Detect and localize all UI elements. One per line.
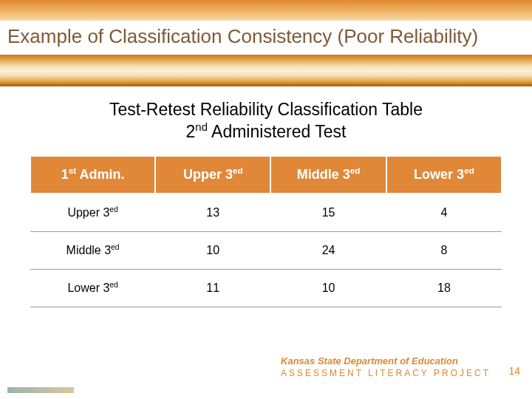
cell-r1-c3: 8 [386,232,502,270]
table-header-admin: 1st Admin. [30,156,155,194]
cell-r1-c1: 10 [155,232,270,270]
row-label-lower: Lower 3ed [30,270,155,307]
r0-pre: Upper 3 [67,206,109,219]
th1-sup: ed [233,166,243,175]
slide: Example of Classification Consistency (P… [0,0,532,399]
bottom-decorative-strip [7,387,74,393]
cell-r0-c1: 13 [155,194,270,232]
th2-sup: ed [350,166,361,175]
subtitle-line-1: Test-Retest Reliability Classification T… [0,98,532,120]
r1-pre: Middle 3 [66,244,111,256]
r2-sup: ed [109,281,118,289]
cell-r1-c2: 24 [270,232,386,270]
cell-r2-c3: 18 [386,270,502,307]
subtitle-line-2-sup: nd [195,120,208,133]
table-header-lower: Lower 3ed [386,156,502,194]
table-row: Middle 3ed 10 24 8 [30,232,502,270]
subtitle-line-2-pre: 2 [186,122,196,141]
cell-r0-c3: 4 [386,194,502,232]
r2-pre: Lower 3 [67,282,109,294]
title-underline-band [0,55,532,84]
r1-sup: ed [111,243,120,251]
subtitle-line-2-post: Administered Test [208,122,347,141]
classification-table: 1st Admin. Upper 3ed Middle 3ed Lower 3e… [30,155,502,307]
cell-r0-c2: 15 [270,194,386,232]
footer-project: ASSESSMENT LITERACY PROJECT [281,368,491,378]
footer-org: Kansas State Department of Education [281,355,491,366]
footer: Kansas State Department of Education ASS… [281,355,491,378]
th3-sup: ed [464,166,474,175]
row-label-upper: Upper 3ed [30,194,155,232]
subtitle-line-2: 2nd Administered Test [0,120,532,143]
table-row: Lower 3ed 11 10 18 [30,270,502,307]
th3-pre: Lower 3 [414,167,464,182]
table-header-middle: Middle 3ed [270,156,386,194]
table-row: Upper 3ed 13 15 4 [30,194,502,232]
row-label-middle: Middle 3ed [30,232,155,270]
cell-r2-c2: 10 [270,270,386,307]
th0-pre: 1 [61,167,69,182]
cell-r2-c1: 11 [155,270,270,307]
table-header-upper: Upper 3ed [155,156,270,194]
slide-title: Example of Classification Consistency (P… [7,25,525,48]
table-header-row: 1st Admin. Upper 3ed Middle 3ed Lower 3e… [30,156,502,194]
th0-sup: st [69,166,76,175]
subtitle: Test-Retest Reliability Classification T… [0,98,532,143]
th2-pre: Middle 3 [297,167,350,182]
page-number: 14 [508,365,520,377]
r0-sup: ed [109,205,118,214]
th0-post: Admin. [76,167,124,182]
top-accent-bar [0,0,532,21]
th1-pre: Upper 3 [183,167,233,182]
